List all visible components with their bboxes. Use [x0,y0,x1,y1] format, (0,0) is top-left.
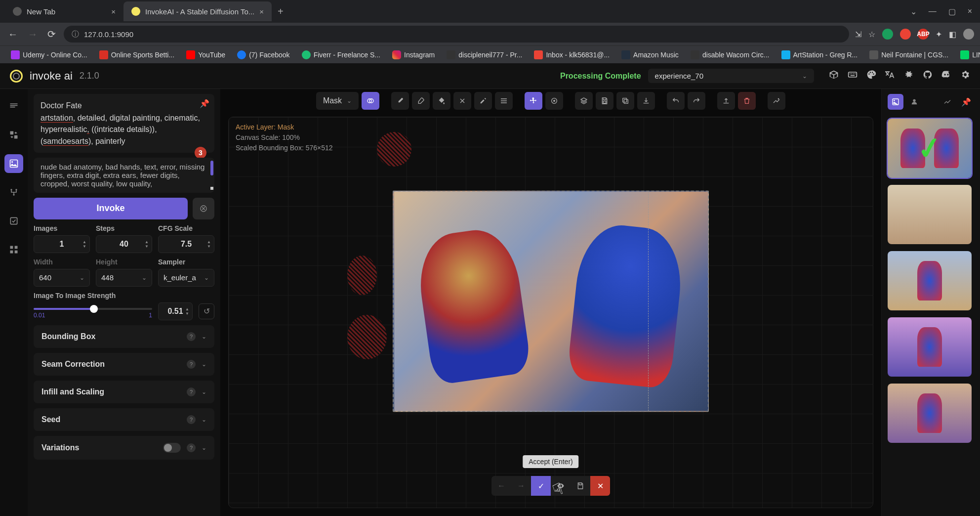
bookmark-item[interactable]: YouTube [181,48,230,61]
nav-canvas-icon[interactable] [4,154,23,173]
maximize-icon[interactable]: ▢ [948,7,956,16]
language-icon[interactable] [885,70,895,82]
stage-prev-button[interactable]: ← [491,476,511,496]
bookmark-item[interactable]: Neil Fontaine | CGS... [864,48,953,61]
nav-postprocess-icon[interactable] [4,212,23,230]
new-tab-button[interactable]: + [272,6,289,17]
brush-settings-button[interactable] [495,92,513,110]
gallery-thumbnail[interactable] [888,384,972,443]
variations-toggle[interactable] [163,443,181,453]
canvas-viewport[interactable]: Active Layer: Mask Canvas Scale: 100% Sc… [228,117,873,508]
url-input[interactable]: ⓘ 127.0.0.1:9090 [64,26,849,43]
nav-txt2img-icon[interactable] [4,97,23,116]
prompt-input[interactable]: 📌 Doctor Fate artstation, detailed, digi… [34,94,214,153]
cube-icon[interactable] [829,70,839,82]
reset-strength-button[interactable]: ↺ [199,303,214,319]
height-select[interactable]: 448⌄ [96,269,152,287]
help-icon[interactable]: ? [187,443,196,452]
bounding-box-edge[interactable] [648,192,649,411]
close-icon[interactable]: × [111,7,116,16]
github-icon[interactable] [923,70,933,82]
strength-slider[interactable] [34,304,152,314]
clear-canvas-button[interactable] [738,92,756,110]
strength-input[interactable]: 0.51▲▼ [158,302,193,320]
accordion-infill-scaling[interactable]: Infill and Scaling?⌄ [34,381,214,403]
negative-prompt-input[interactable]: nude bad anatomy, bad hands, text, error… [34,158,214,193]
clear-mask-button[interactable] [453,92,471,110]
color-picker-button[interactable] [474,92,492,110]
discord-icon[interactable] [941,70,951,82]
mask-options-button[interactable] [362,92,379,110]
undo-button[interactable] [667,92,685,110]
nav-img2img-icon[interactable] [4,126,23,144]
close-window-icon[interactable]: × [968,7,972,16]
install-icon[interactable]: ⇲ [855,30,861,39]
brush-tool-button[interactable] [391,92,409,110]
stepper-icon[interactable]: ▲▼ [82,240,86,249]
extensions-icon[interactable]: ✦ [936,30,942,39]
save-canvas-button[interactable] [596,92,613,110]
profile-avatar-icon[interactable] [963,29,974,40]
redo-button[interactable] [688,92,705,110]
invoke-button[interactable]: Invoke [34,198,188,219]
bookmark-item[interactable]: Online Sports Betti... [94,48,179,61]
width-select[interactable]: 640⌄ [34,269,90,287]
bookmark-item[interactable]: LINE WEBTOON - G... [955,48,980,61]
merge-layers-button[interactable] [575,92,593,110]
keyboard-icon[interactable] [848,70,858,82]
extension-icon[interactable] [882,29,893,40]
stage-save-button[interactable] [571,476,590,496]
bookmark-item[interactable]: (7) Facebook [232,48,294,61]
settings-icon[interactable] [960,70,970,82]
stepper-icon[interactable]: ▲▼ [207,240,211,249]
chevron-down-icon[interactable]: ⌄ [910,7,917,16]
sidepanel-icon[interactable]: ◧ [949,30,956,39]
bookmark-item[interactable]: ArtStation - Greg R... [776,48,863,61]
bookmark-item[interactable]: Inbox - klk56831@... [529,48,614,61]
accordion-seam-correction[interactable]: Seam Correction?⌄ [34,353,214,376]
eraser-tool-button[interactable] [412,92,430,110]
download-canvas-button[interactable] [637,92,655,110]
steps-input[interactable]: 40▲▼ [96,235,152,253]
stepper-icon[interactable]: ▲▼ [185,307,189,316]
browser-tab[interactable]: New Tab × [5,1,123,21]
help-icon[interactable]: ? [187,360,196,369]
gallery-tab-images[interactable] [888,94,903,110]
canvas-settings-button[interactable] [768,92,785,110]
gallery-thumbnail[interactable] [888,185,972,244]
bookmark-item[interactable]: Amazon Music [616,48,684,61]
accordion-seed[interactable]: Seed?⌄ [34,408,214,431]
help-icon[interactable]: ? [187,415,196,424]
gallery-thumbnail[interactable] [888,251,972,310]
cfg-input[interactable]: 7.5▲▼ [158,235,214,253]
forward-icon[interactable]: → [26,27,40,42]
images-input[interactable]: 1▲▼ [34,235,90,253]
nav-nodes-icon[interactable] [4,183,23,202]
stepper-icon[interactable]: ▲▼ [145,240,149,249]
close-icon[interactable]: × [259,7,264,16]
model-select[interactable]: experience_70 ⌄ [648,69,814,83]
upload-button[interactable] [717,92,735,110]
bookmark-item[interactable]: Udemy - Online Co... [6,48,92,61]
stage-accept-button[interactable]: ✓ [531,476,551,496]
back-icon[interactable]: ← [6,27,20,42]
move-tool-button[interactable] [525,92,542,110]
cancel-button[interactable] [193,198,214,219]
help-icon[interactable]: ? [187,332,196,341]
bug-icon[interactable] [904,70,914,82]
bookmark-item[interactable]: disable Wacom Circ... [686,48,775,61]
pin-icon[interactable]: 📌 [200,98,209,109]
copy-canvas-button[interactable] [616,92,634,110]
browser-tab[interactable]: InvokeAI - A Stable Diffusion To... × [123,1,272,21]
gallery-pin-button[interactable]: 📌 [958,94,974,110]
stage-discard-button[interactable]: ✕ [590,476,610,496]
extension-icon[interactable]: ABP [918,29,929,40]
stage-next-button[interactable]: → [511,476,531,496]
layer-select[interactable]: Mask⌄ [316,92,359,110]
fit-view-button[interactable] [545,92,563,110]
canvas-image[interactable] [393,191,709,412]
gallery-thumbnail[interactable] [888,317,972,377]
gallery-tab-user[interactable] [906,94,922,110]
nav-training-icon[interactable] [4,240,23,259]
accordion-variations[interactable]: Variations?⌄ [34,436,214,460]
